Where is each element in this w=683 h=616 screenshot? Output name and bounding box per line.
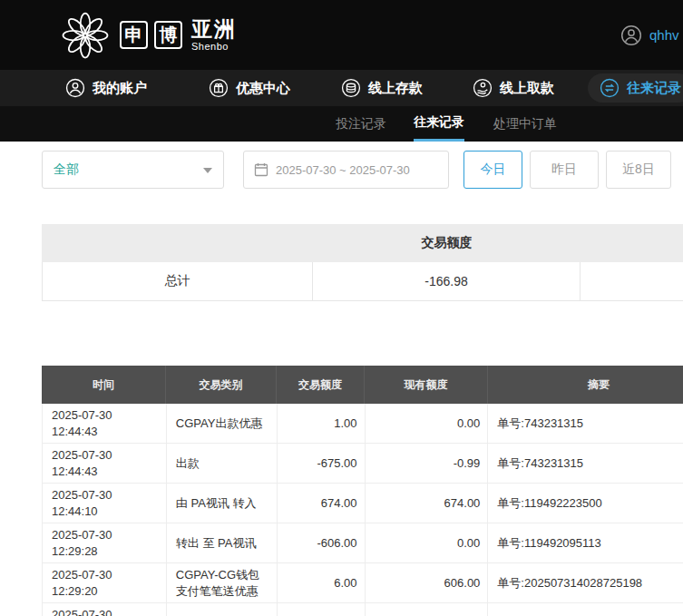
nav-item-my-account[interactable]: 我的账户 (65, 78, 147, 98)
type-cell: 出款 (167, 444, 278, 484)
brand-logo: 申 博 亚洲 Shenbo (60, 0, 237, 70)
time-cell: 2025-07-30 12:29:20 (43, 563, 167, 603)
summary-header-row: 交易额度 (42, 224, 683, 262)
user-avatar-icon (620, 24, 642, 46)
nav-item-transactions[interactable]: 往来记录 (588, 73, 683, 103)
type-filter-value: 全部 (54, 161, 79, 178)
summary-table: 交易额度 总计 -166.98 (42, 224, 683, 301)
balance-cell: 600.00 (366, 603, 489, 616)
brand-region: 亚洲 (191, 18, 237, 41)
table-header-row: 时间 交易类别 交易额度 现有额度 摘要 (42, 366, 683, 404)
summary-header-spacer (42, 224, 313, 262)
column-header-time: 时间 (42, 366, 166, 404)
table-row: 2025-07-30 12:29:20CGPAY-CG钱包支付笔笔送优惠6.00… (42, 563, 683, 603)
amount-cell: 674.00 (278, 484, 366, 523)
summary-amount-header: 交易额度 (313, 224, 581, 262)
balance-cell: -0.99 (366, 444, 489, 484)
amount-cell: 1.00 (278, 404, 366, 444)
brand-char-bo: 博 (154, 21, 182, 49)
summary-cell: 单号:119492223500 (488, 484, 683, 523)
time-cell: 2025-07-30 12:44:10 (43, 484, 167, 523)
nav-item-label: 线上存款 (368, 80, 423, 97)
column-header-type: 交易类别 (166, 366, 277, 404)
amount-cell: -606.00 (278, 523, 366, 563)
date-range-picker[interactable]: 2025-07-30 ~ 2025-07-30 (243, 151, 449, 189)
nav-item-deposit[interactable]: 线上存款 (341, 78, 423, 98)
balance-cell: 0.00 (366, 523, 489, 563)
tab-label: 处理中订单 (493, 116, 557, 132)
balance-cell: 674.00 (366, 484, 489, 523)
top-header: 申 博 亚洲 Shenbo qhhv (0, 0, 683, 70)
yesterday-button[interactable]: 昨日 (530, 151, 599, 189)
summary-total-value: -166.98 (313, 262, 581, 301)
summary-cell: 单号:743231315 (488, 444, 683, 484)
nav-item-promotions[interactable]: 优惠中心 (209, 78, 290, 98)
table-row: 2025-07-30 12:29:20CGPAY支付600.00600.00单号… (42, 603, 683, 616)
summary-cell: 单号:743231315 (488, 404, 683, 444)
type-cell: 由 PA视讯 转入 (167, 484, 278, 523)
gift-icon (209, 78, 229, 98)
calendar-icon (254, 162, 268, 177)
time-cell: 2025-07-30 12:44:43 (43, 444, 167, 484)
summary-cell: 单号:119492095113 (488, 523, 683, 563)
main-navigation: 我的账户 优惠中心 线上存款 线上取款 往来记录 (0, 70, 683, 106)
nav-item-label: 线上取款 (500, 80, 554, 97)
time-cell: 2025-07-30 12:44:43 (43, 404, 167, 444)
transactions-body: 2025-07-30 12:44:43CGPAY出款优惠1.000.00单号:7… (42, 404, 683, 616)
nav-item-label: 往来记录 (627, 80, 681, 97)
deposit-icon (341, 78, 361, 98)
type-cell: 转出 至 PA视讯 (167, 523, 278, 563)
lotus-flower-icon (60, 10, 111, 61)
record-tabs: 投注记录 往来记录 处理中订单 (0, 106, 683, 142)
tab-label: 投注记录 (336, 116, 386, 132)
last-8-days-button[interactable]: 近8日 (606, 151, 671, 189)
nav-item-label: 优惠中心 (236, 80, 290, 97)
type-cell: CGPAY支付 (167, 603, 278, 616)
summary-total-row: 总计 -166.98 (42, 262, 683, 301)
amount-cell: 600.00 (278, 603, 366, 616)
date-range-value: 2025-07-30 ~ 2025-07-30 (276, 163, 410, 177)
transactions-table: 时间 交易类别 交易额度 现有额度 摘要 2025-07-30 12:44:43… (42, 366, 683, 616)
table-row: 2025-07-30 12:44:43出款-675.00-0.99单号:7432… (42, 444, 683, 484)
nav-item-withdraw[interactable]: 线上取款 (473, 78, 554, 98)
column-header-balance: 现有额度 (365, 366, 488, 404)
username: qhhv (649, 27, 679, 43)
tab-transaction-records[interactable]: 往来记录 (414, 106, 464, 142)
nav-item-label: 我的账户 (93, 80, 147, 97)
table-row: 2025-07-30 12:44:43CGPAY出款优惠1.000.00单号:7… (42, 404, 683, 444)
account-icon (65, 78, 85, 98)
chevron-down-icon (203, 168, 212, 173)
time-cell: 2025-07-30 12:29:20 (43, 603, 167, 616)
amount-cell: 6.00 (278, 563, 366, 603)
summary-cell: 单号:202507314028725198 (488, 603, 683, 616)
brand-char-shen: 申 (120, 21, 148, 49)
type-cell: CGPAY出款优惠 (167, 404, 278, 444)
type-filter-select[interactable]: 全部 (42, 151, 224, 189)
time-cell: 2025-07-30 12:29:28 (43, 523, 167, 563)
brand-subtitle: Shenbo (191, 41, 237, 52)
tab-label: 往来记录 (414, 114, 464, 131)
summary-cell: 单号:202507314028725198 (488, 563, 683, 603)
table-row: 2025-07-30 12:29:28转出 至 PA视讯-606.000.00单… (42, 523, 683, 563)
today-button[interactable]: 今日 (463, 151, 522, 189)
tab-processing-orders[interactable]: 处理中订单 (493, 106, 557, 142)
withdraw-icon (473, 78, 493, 98)
user-account[interactable]: qhhv (620, 0, 679, 70)
summary-total-label: 总计 (42, 262, 313, 301)
balance-cell: 606.00 (366, 563, 489, 603)
amount-cell: -675.00 (278, 444, 366, 484)
tab-betting-records[interactable]: 投注记录 (336, 106, 386, 142)
summary-header-spacer (581, 224, 683, 262)
table-row: 2025-07-30 12:44:10由 PA视讯 转入674.00674.00… (42, 484, 683, 523)
summary-empty-cell (581, 262, 683, 301)
type-cell: CGPAY-CG钱包支付笔笔送优惠 (167, 563, 278, 603)
column-header-amount: 交易额度 (277, 366, 365, 404)
column-header-summary: 摘要 (488, 366, 683, 404)
balance-cell: 0.00 (366, 404, 489, 444)
records-icon (600, 78, 620, 98)
